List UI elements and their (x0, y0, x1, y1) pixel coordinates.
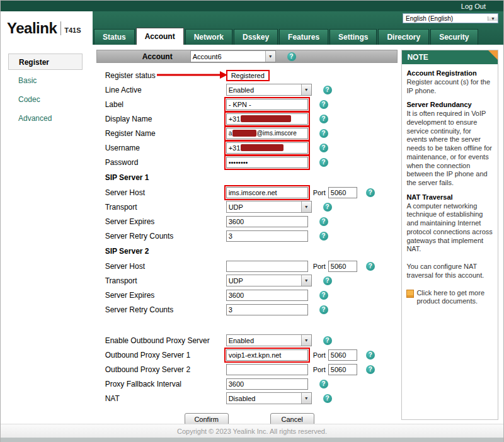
tab-network[interactable]: Network (185, 29, 232, 45)
register-name-input[interactable]: a @ims.imscore (226, 128, 308, 139)
help-icon[interactable]: ? (319, 158, 328, 167)
sip1-transport-select[interactable]: UDP ▼ (226, 201, 312, 213)
display-name-input[interactable]: +31 (226, 113, 308, 125)
help-icon[interactable]: ? (319, 291, 328, 300)
note-extra-text: You can configure NAT traversal for this… (406, 263, 493, 280)
sidebar-item-codec[interactable]: Codec (8, 91, 91, 108)
register-name-suffix: @ims.imscore (256, 130, 297, 137)
help-icon[interactable]: ? (319, 217, 328, 226)
label-input[interactable] (226, 99, 308, 110)
section-title: SIP Server 1 (96, 173, 226, 182)
line-active-select[interactable]: Enabled ▼ (226, 84, 312, 96)
selected-value: Enabled (227, 84, 301, 95)
help-icon[interactable]: ? (366, 262, 375, 271)
account-label: Account (97, 52, 190, 61)
chevron-down-icon: ▼ (301, 275, 311, 286)
help-icon[interactable]: ? (323, 394, 332, 403)
sip1-server-expires-input[interactable] (226, 216, 308, 227)
outbound-proxy-1-port-input[interactable] (328, 349, 357, 361)
cancel-button[interactable]: Cancel (270, 413, 314, 424)
form-row-display-name: Display Name +31 ? (96, 111, 398, 126)
help-icon[interactable]: ? (366, 365, 375, 374)
form-row-password: Password ? (96, 155, 398, 169)
password-input[interactable] (226, 157, 308, 168)
outbound-proxy-1-input[interactable] (226, 349, 308, 361)
help-icon[interactable]: ? (366, 351, 375, 360)
field-label: Enable Outbound Proxy Server (96, 336, 226, 345)
field-label: Server Retry Counts (96, 305, 226, 314)
sip2-server-expires-input[interactable] (226, 290, 308, 301)
help-icon[interactable]: ? (319, 129, 328, 138)
form-row-sip2-server-host: Server Host Port ? (96, 259, 398, 273)
help-icon[interactable]: ? (319, 115, 328, 123)
field-label: Server Expires (96, 291, 226, 300)
help-icon[interactable]: ? (319, 305, 328, 314)
note-heading: Server Redundancy (406, 101, 493, 110)
form-row-sip1-server-expires: Server Expires ? (96, 214, 398, 229)
tab-features[interactable]: Features (279, 29, 328, 45)
field-label: Server Host (96, 188, 226, 197)
copyright-text: Copyright © 2023 Yealink Inc. All rights… (177, 428, 327, 435)
help-icon[interactable]: ? (319, 144, 328, 152)
help-icon[interactable]: ? (319, 100, 328, 109)
outbound-proxy-2-port-input[interactable] (328, 364, 357, 375)
account-select[interactable]: Account6 ▼ (190, 50, 276, 62)
form-row-register-status: Register status Registered (96, 68, 398, 82)
sidebar-item-basic[interactable]: Basic (8, 72, 91, 89)
help-icon[interactable]: ? (366, 188, 375, 197)
tab-dsskey[interactable]: Dsskey (234, 29, 278, 45)
form-row-sip1-server-retry-counts: Server Retry Counts ? (96, 229, 398, 243)
form-row-outbound-proxy-1: Outbound Proxy Server 1 Port ? (96, 348, 398, 362)
outbound-proxy-2-input[interactable] (226, 364, 308, 375)
redacted-text (241, 115, 291, 122)
confirm-button[interactable]: Confirm (185, 413, 229, 424)
form-row-sip2-transport: Transport UDP ▼ ? (96, 273, 398, 288)
sip2-server-retry-input[interactable] (226, 304, 308, 315)
tab-security[interactable]: Security (430, 29, 478, 45)
username-input[interactable]: +31 (226, 142, 308, 154)
form-row-sip2-server-retry-counts: Server Retry Counts ? (96, 302, 398, 317)
form-buttons: Confirm Cancel (96, 413, 398, 424)
nat-select[interactable]: Disabled ▼ (226, 392, 312, 404)
help-icon[interactable]: ? (323, 86, 332, 94)
tab-status[interactable]: Status (94, 29, 135, 45)
chevron-down-icon: ▼ (301, 84, 311, 95)
tab-settings[interactable]: Settings (329, 29, 377, 45)
help-icon[interactable]: ? (323, 336, 332, 345)
field-label: Server Expires (96, 217, 226, 226)
help-icon[interactable]: ? (319, 232, 328, 241)
field-label: Register Name (96, 129, 226, 138)
sidebar-item-register[interactable]: Register (8, 54, 83, 70)
language-select[interactable]: English (English) ▼ (403, 13, 498, 23)
sip2-transport-select[interactable]: UDP ▼ (226, 275, 312, 286)
sip2-server-host-input[interactable] (226, 261, 308, 272)
help-icon[interactable]: ? (319, 380, 328, 388)
sidebar-item-advanced[interactable]: Advanced (8, 110, 91, 127)
help-icon[interactable]: ? (287, 52, 296, 61)
field-label: Display Name (96, 115, 226, 123)
chevron-down-icon: ▼ (301, 201, 311, 212)
help-icon[interactable]: ? (323, 203, 332, 212)
main-content: Register Basic Codec Advanced Account Ac… (1, 45, 503, 424)
sip1-server-retry-input[interactable] (226, 230, 308, 242)
note-heading: Account Registration (406, 69, 493, 78)
sip2-port-input[interactable] (328, 261, 357, 272)
tab-directory[interactable]: Directory (378, 29, 429, 45)
sip1-server-host-input[interactable] (226, 187, 308, 198)
proxy-fallback-interval-input[interactable] (226, 378, 308, 390)
sip1-port-input[interactable] (328, 187, 357, 198)
field-label: Line Active (96, 86, 226, 94)
sidebar: Register Basic Codec Advanced (8, 50, 91, 129)
note-title: NOTE (407, 53, 428, 62)
form-row-sip1-server-host: Server Host Port ? (96, 185, 398, 200)
selected-value: Enabled (227, 335, 301, 346)
field-label: Server Host (96, 262, 226, 271)
logout-link[interactable]: Log Out (461, 3, 486, 10)
port-label: Port (313, 366, 326, 373)
enable-outbound-proxy-select[interactable]: Enabled ▼ (226, 334, 312, 346)
tab-account[interactable]: Account (136, 28, 184, 45)
section-sip-server-1: SIP Server 1 (96, 169, 398, 185)
product-docs-link[interactable]: Click here to get more product documents… (406, 289, 493, 307)
register-name-prefix: a (229, 130, 232, 137)
help-icon[interactable]: ? (323, 276, 332, 285)
